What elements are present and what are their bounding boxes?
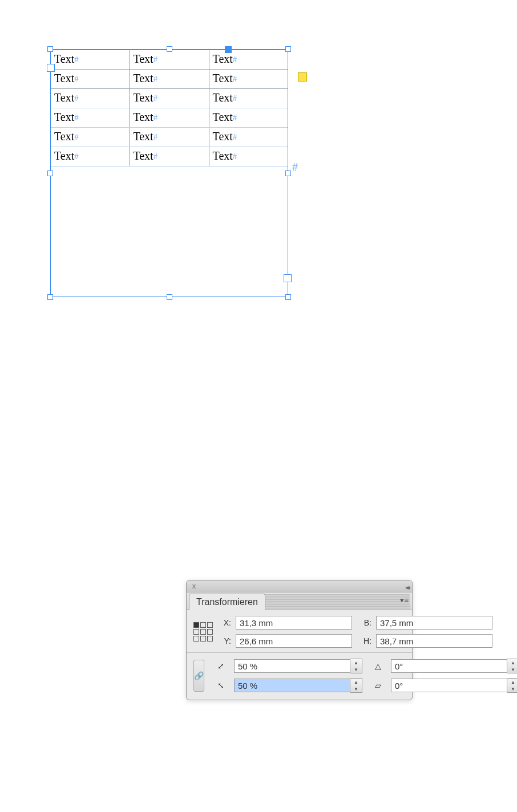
table-cell[interactable]: Text# [51, 50, 130, 70]
close-icon[interactable]: x [190, 582, 198, 590]
table-cell[interactable]: Text# [209, 108, 288, 128]
cell-text: Text [213, 149, 233, 162]
rotate-field[interactable] [391, 659, 507, 673]
constrain-link-button[interactable]: 🔗 [193, 660, 204, 692]
cell-text: Text [54, 52, 74, 65]
table-row: Text#Text#Text# [51, 147, 288, 167]
cell-text: Text [133, 130, 153, 143]
text-out-port[interactable] [284, 274, 292, 282]
handle-top-middle[interactable] [167, 46, 172, 52]
text-frame-selection[interactable]: # Text#Text#Text#Text#Text#Text#Text#Tex… [50, 49, 288, 297]
table-cell[interactable]: Text# [51, 70, 130, 89]
panel-flyout-icon[interactable]: ▾≡ [400, 596, 409, 604]
handle-middle-right[interactable] [285, 170, 291, 176]
hidden-char-icon: # [233, 94, 237, 103]
table-cell[interactable]: Text# [51, 108, 130, 128]
table-cell[interactable]: Text# [130, 147, 209, 167]
table-cell[interactable]: Text# [130, 128, 209, 147]
document-table[interactable]: Text#Text#Text#Text#Text#Text#Text#Text#… [51, 50, 288, 167]
handle-top-right[interactable] [285, 46, 291, 52]
table-cell[interactable]: Text# [209, 89, 288, 108]
collapse-icon[interactable]: ◂◂ [405, 583, 409, 591]
cell-text: Text [133, 111, 153, 123]
frame-adornment-icon[interactable] [298, 72, 307, 82]
panel-body: X: Y: B: H: [187, 610, 412, 700]
scale-x-stepper[interactable]: ▲▼ [350, 659, 362, 673]
table-row: Text#Text#Text# [51, 128, 288, 147]
cell-text: Text [213, 130, 233, 143]
y-field[interactable] [236, 634, 352, 648]
table-row: Text#Text#Text# [51, 108, 288, 128]
scale-x-field[interactable] [234, 659, 350, 673]
hidden-char-icon: # [74, 55, 79, 64]
hidden-char-icon: # [154, 152, 158, 161]
reference-point-proxy[interactable] [193, 622, 213, 642]
table-cell[interactable]: Text# [209, 128, 288, 147]
hidden-char-icon: # [233, 132, 237, 141]
h-field[interactable] [376, 634, 492, 648]
table-cell[interactable]: Text# [130, 50, 209, 70]
handle-bottom-left[interactable] [47, 294, 53, 300]
panel-separator [187, 652, 412, 653]
handle-middle-left[interactable] [47, 170, 53, 176]
hidden-char-icon: # [74, 152, 79, 161]
w-field[interactable] [376, 616, 492, 630]
panel-titlebar[interactable]: x ◂◂ [187, 580, 412, 592]
cell-text: Text [54, 72, 74, 84]
table-cell[interactable]: Text# [51, 89, 130, 108]
table-cell[interactable]: Text# [209, 70, 288, 89]
scale-y-icon: ⤡ [215, 679, 227, 692]
table-cell[interactable]: Text# [130, 89, 209, 108]
hidden-char-icon: # [74, 94, 79, 103]
tab-transform[interactable]: Transformieren [189, 594, 265, 610]
table-cell[interactable]: Text# [51, 128, 130, 147]
table-row: Text#Text#Text# [51, 89, 288, 108]
cell-text: Text [54, 149, 74, 162]
table-cell[interactable]: Text# [209, 50, 288, 70]
hidden-char-icon: # [154, 113, 158, 122]
hidden-char-icon: # [233, 152, 237, 161]
link-icon: 🔗 [194, 671, 204, 680]
table-cell[interactable]: Text# [51, 147, 130, 167]
h-label: H: [361, 636, 371, 645]
table-cell[interactable]: Text# [130, 108, 209, 128]
hidden-char-icon: # [154, 55, 158, 64]
handle-bottom-middle[interactable] [167, 294, 172, 300]
shear-field[interactable] [391, 679, 507, 692]
cell-text: Text [54, 91, 74, 104]
table-row: Text#Text#Text# [51, 70, 288, 89]
rotate-icon: △ [371, 660, 384, 672]
rotate-stepper[interactable]: ▲▼ [507, 659, 517, 673]
cell-text: Text [133, 91, 153, 104]
y-label: Y: [221, 636, 231, 645]
scale-x-icon: ⤢ [215, 660, 227, 672]
tab-transform-label: Transformieren [196, 597, 258, 607]
cell-text: Text [213, 91, 233, 104]
hidden-char-icon: # [154, 94, 158, 103]
handle-top-left[interactable] [47, 46, 53, 52]
w-label: B: [361, 618, 371, 627]
text-in-port[interactable] [47, 64, 55, 72]
scale-y-field[interactable] [234, 679, 350, 692]
cell-text: Text [133, 149, 153, 162]
shear-icon: ▱ [371, 679, 384, 692]
handle-bottom-right[interactable] [285, 294, 291, 300]
cell-text: Text [133, 72, 153, 84]
cell-text: Text [54, 111, 74, 123]
table-cell[interactable]: Text# [209, 147, 288, 167]
hidden-char-icon: # [233, 113, 237, 122]
frame-origin-marker[interactable] [225, 46, 232, 53]
x-label: X: [221, 618, 231, 627]
hidden-char-icon: # [154, 132, 158, 141]
table-cell[interactable]: Text# [130, 70, 209, 89]
hidden-char-icon: # [233, 74, 237, 83]
cell-text: Text [54, 130, 74, 143]
shear-stepper[interactable]: ▲▼ [507, 678, 517, 693]
tab-strip [265, 594, 410, 609]
cell-text: Text [213, 72, 233, 84]
scale-y-stepper[interactable]: ▲▼ [350, 678, 362, 693]
hidden-char-icon: # [74, 113, 79, 122]
cell-text: Text [213, 52, 233, 65]
cell-text: Text [213, 111, 233, 123]
x-field[interactable] [236, 616, 352, 630]
